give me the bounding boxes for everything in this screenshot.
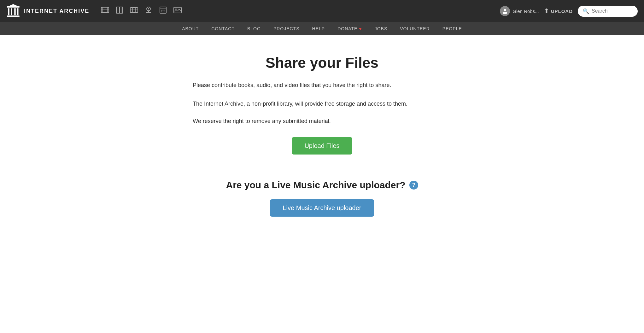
reserve-text: We reserve the right to remove any submi…	[193, 118, 451, 125]
svg-rect-26	[161, 10, 165, 12]
svg-rect-9	[107, 7, 108, 13]
nav-jobs[interactable]: JOBS	[375, 26, 388, 31]
svg-rect-7	[101, 7, 109, 13]
upload-files-button[interactable]: Upload Files	[292, 137, 352, 155]
svg-rect-8	[102, 7, 103, 13]
svg-point-21	[148, 8, 149, 9]
upload-button[interactable]: ⬆ UPLOAD	[544, 8, 573, 15]
books-icon[interactable]	[115, 6, 124, 17]
svg-rect-23	[146, 12, 151, 13]
svg-rect-10	[101, 9, 109, 9]
svg-rect-16	[130, 8, 138, 13]
movies-icon[interactable]	[101, 6, 109, 17]
svg-rect-4	[17, 8, 18, 15]
svg-rect-2	[11, 8, 12, 15]
logo-text: INTERNET ARCHIVE	[24, 8, 89, 15]
page-desc-line1: Please contribute books, audio, and vide…	[193, 81, 451, 90]
svg-rect-3	[14, 8, 15, 15]
upload-arrow-icon: ⬆	[544, 8, 549, 15]
page-desc-line2: The Internet Archive, a non-profit libra…	[193, 99, 451, 108]
user-avatar	[500, 6, 510, 16]
search-box[interactable]: 🔍	[578, 6, 638, 17]
nav-right: Glen Robs... ⬆ UPLOAD 🔍	[500, 6, 638, 17]
lma-section: Are you a Live Music Archive uploader? ?…	[193, 180, 451, 217]
secondary-nav: ABOUT CONTACT BLOG PROJECTS HELP DONATE …	[0, 22, 644, 35]
nav-blog[interactable]: BLOG	[247, 26, 261, 31]
nav-projects[interactable]: PROJECTS	[273, 26, 300, 31]
software-icon[interactable]	[159, 6, 167, 17]
nav-about[interactable]: ABOUT	[182, 26, 199, 31]
audio-icon[interactable]	[144, 6, 153, 17]
top-nav: INTERNET ARCHIVE	[0, 0, 644, 22]
help-icon[interactable]: ?	[409, 181, 418, 190]
nav-icons	[94, 6, 495, 17]
upload-label: UPLOAD	[551, 9, 573, 14]
svg-marker-6	[7, 4, 20, 7]
nav-people[interactable]: PEOPLE	[442, 26, 462, 31]
lma-question-area: Are you a Live Music Archive uploader? ?	[193, 180, 451, 190]
donate-heart-icon: ♥	[359, 26, 362, 31]
search-input[interactable]	[592, 8, 633, 14]
nav-contact[interactable]: CONTACT	[211, 26, 235, 31]
nav-help[interactable]: HELP	[312, 26, 325, 31]
images-icon[interactable]	[173, 6, 182, 17]
nav-donate[interactable]: DONATE ♥	[337, 26, 362, 31]
svg-rect-11	[101, 11, 109, 11]
logo-area[interactable]: INTERNET ARCHIVE	[6, 4, 89, 18]
lma-uploader-button[interactable]: Live Music Archive uploader	[270, 199, 374, 217]
video-icon[interactable]	[130, 6, 138, 17]
user-area[interactable]: Glen Robs...	[500, 6, 539, 16]
main-content: Share your Files Please contribute books…	[180, 35, 464, 236]
archive-logo-icon	[6, 4, 20, 18]
svg-rect-1	[8, 8, 9, 15]
lma-question-text: Are you a Live Music Archive uploader?	[226, 180, 405, 190]
svg-point-30	[503, 12, 507, 14]
page-title: Share your Files	[193, 54, 451, 71]
svg-point-29	[504, 9, 506, 11]
svg-rect-5	[7, 15, 20, 17]
search-icon: 🔍	[583, 8, 589, 14]
nav-volunteer[interactable]: VOLUNTEER	[400, 26, 430, 31]
user-name: Glen Robs...	[512, 9, 539, 14]
